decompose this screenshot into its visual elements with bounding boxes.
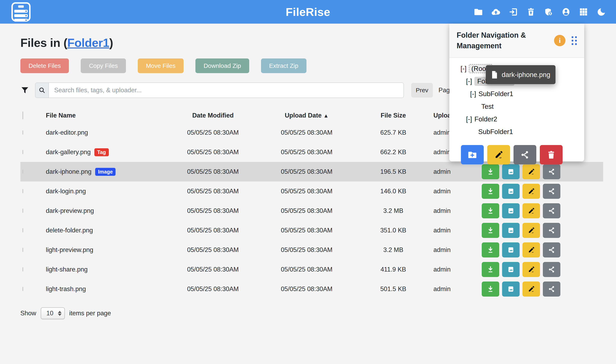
sign-in-icon[interactable]: [509, 7, 518, 17]
col-upload-date[interactable]: Upload Date ▲: [246, 112, 368, 119]
download-file-button[interactable]: [482, 184, 499, 199]
folder-icon[interactable]: [473, 7, 483, 17]
row-checkbox[interactable]: [22, 248, 23, 252]
upload-date: 05/05/25 08:30AM: [246, 148, 368, 156]
col-date-modified[interactable]: Date Modified: [180, 112, 246, 119]
tree-item-subfolder1[interactable]: [-]SubFolder1: [449, 88, 584, 100]
row-checkbox[interactable]: [22, 287, 23, 291]
edit-file-button[interactable]: [523, 203, 540, 218]
share-file-button[interactable]: [543, 164, 560, 179]
search-input[interactable]: [49, 83, 404, 98]
share-file-button[interactable]: [543, 282, 560, 297]
image-file-button[interactable]: [502, 164, 520, 179]
row-checkbox[interactable]: [22, 189, 23, 193]
header-icon-group: [473, 0, 606, 24]
download-file-button[interactable]: [482, 282, 499, 297]
image-file-button[interactable]: [502, 184, 520, 199]
date-modified: 05/05/25 08:30AM: [180, 285, 246, 293]
tree-item-folder2[interactable]: [-]Folder2: [449, 113, 584, 126]
col-file-size[interactable]: File Size: [368, 112, 419, 119]
rename-folder-button[interactable]: [487, 145, 510, 164]
select-all-checkbox[interactable]: [22, 111, 23, 119]
filter-icon[interactable]: [20, 86, 29, 95]
tree-item-subfolder1[interactable]: SubFolder1: [449, 126, 584, 138]
edit-file-button[interactable]: [523, 282, 540, 297]
move-files-button[interactable]: Move Files: [138, 58, 183, 73]
row-checkbox[interactable]: [22, 169, 23, 174]
edit-file-button[interactable]: [523, 184, 540, 199]
file-size: 662.2 KB: [368, 148, 419, 156]
trash-restore-icon[interactable]: [526, 7, 536, 17]
delete-folder-button[interactable]: [540, 145, 563, 164]
edit-file-button[interactable]: [523, 262, 540, 277]
download-file-button[interactable]: [482, 262, 499, 277]
collapse-toggle[interactable]: [-]: [470, 90, 476, 98]
table-row[interactable]: light-share.png05/05/25 08:30AM05/05/25 …: [20, 260, 603, 279]
download-zip-button[interactable]: Download Zip: [196, 58, 249, 73]
search-icon: [36, 83, 49, 98]
info-icon[interactable]: i: [554, 35, 565, 46]
image-file-button[interactable]: [502, 282, 520, 297]
date-modified: 05/05/25 08:30AM: [180, 266, 246, 273]
tree-item-label: Folder2: [474, 115, 497, 123]
tree-item-test[interactable]: Test: [449, 100, 584, 113]
collapse-toggle[interactable]: [-]: [466, 115, 472, 123]
download-file-button[interactable]: [482, 223, 499, 238]
download-file-button[interactable]: [482, 242, 499, 258]
panel-title: Folder Navigation & Management: [457, 30, 554, 51]
folder-actions: [449, 138, 584, 164]
drag-ghost-filename: dark-iphone.png: [502, 71, 550, 79]
row-checkbox[interactable]: [22, 267, 23, 272]
folder-navigation-panel: Folder Navigation & Management i [-](Roo…: [449, 24, 584, 161]
edit-file-button[interactable]: [523, 164, 540, 179]
edit-file-button[interactable]: [523, 242, 540, 258]
row-checkbox[interactable]: [22, 208, 23, 213]
delete-files-button[interactable]: Delete Files: [20, 58, 69, 73]
edit-file-button[interactable]: [523, 223, 540, 238]
share-file-button[interactable]: [543, 184, 560, 199]
share-file-button[interactable]: [543, 262, 560, 277]
table-row[interactable]: light-preview.png05/05/25 08:30AM05/05/2…: [20, 240, 603, 260]
share-folder-button[interactable]: [513, 145, 536, 164]
file-name: dark-preview.png: [46, 207, 94, 214]
share-file-button[interactable]: [543, 242, 560, 258]
folder-breadcrumb-link[interactable]: Folder1: [67, 36, 109, 49]
row-checkbox[interactable]: [22, 228, 23, 233]
create-folder-button[interactable]: [461, 145, 484, 164]
share-file-button[interactable]: [543, 203, 560, 218]
moon-icon[interactable]: [596, 7, 606, 17]
tree-item-label: SubFolder1: [478, 128, 513, 136]
image-file-button[interactable]: [502, 242, 520, 258]
col-file-name[interactable]: File Name: [46, 112, 180, 119]
download-file-button[interactable]: [482, 203, 499, 218]
grid-icon[interactable]: [579, 7, 588, 17]
table-row[interactable]: delete-folder.png05/05/25 08:30AM05/05/2…: [20, 221, 603, 240]
table-row[interactable]: dark-preview.png05/05/25 08:30AM05/05/25…: [20, 201, 603, 221]
prev-page-button[interactable]: Prev: [411, 83, 433, 98]
share-file-button[interactable]: [543, 223, 560, 238]
heading-suffix: ): [109, 36, 113, 49]
cloud-upload-icon[interactable]: [491, 7, 501, 17]
user-circle-icon[interactable]: [561, 7, 571, 17]
collapse-toggle[interactable]: [-]: [460, 65, 466, 73]
top-bar: FileRise: [0, 0, 616, 24]
image-file-button[interactable]: [502, 262, 520, 277]
image-file-button[interactable]: [502, 203, 520, 218]
items-per-page-select[interactable]: 10: [41, 307, 65, 319]
row-checkbox[interactable]: [22, 150, 23, 154]
drag-handle-icon[interactable]: [572, 36, 577, 45]
table-row[interactable]: dark-login.png05/05/25 08:30AM05/05/25 0…: [20, 182, 603, 201]
upload-date: 05/05/25 08:30AM: [246, 246, 368, 254]
copy-files-button[interactable]: Copy Files: [81, 58, 126, 73]
image-file-button[interactable]: [502, 223, 520, 238]
extract-zip-button[interactable]: Extract Zip: [261, 58, 306, 73]
user-shield-icon[interactable]: [544, 7, 553, 17]
row-checkbox[interactable]: [22, 130, 23, 135]
table-row[interactable]: light-trash.png05/05/25 08:30AM05/05/25 …: [20, 279, 603, 299]
filerise-logo-icon[interactable]: [12, 2, 31, 21]
table-row[interactable]: dark-iphone.pngImage05/05/25 08:30AM05/0…: [20, 162, 603, 182]
uploader: admin: [419, 188, 470, 195]
collapse-toggle[interactable]: [-]: [466, 78, 472, 85]
download-file-button[interactable]: [482, 164, 499, 179]
upload-date: 05/05/25 08:30AM: [246, 129, 368, 136]
